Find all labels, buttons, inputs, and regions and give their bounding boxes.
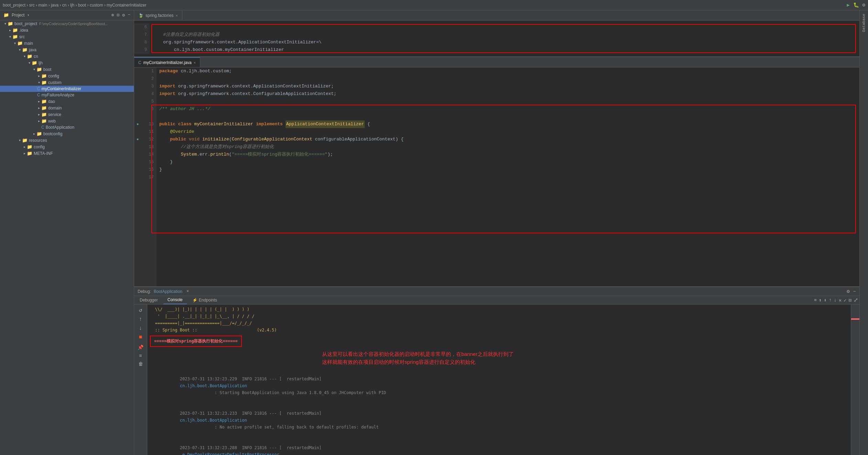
pin-icon[interactable]: 📌 [138, 345, 143, 350]
clear-icon[interactable]: 🗑 [138, 361, 143, 367]
code-line: } [159, 158, 859, 166]
tree-path: F:\myCode\crazyCode\SpringBoot\boot... [39, 22, 108, 26]
code-line: /** author JH ...*/ [159, 105, 859, 113]
toolbar-split-icon[interactable]: ⊟ [849, 297, 851, 303]
debug-app-name[interactable]: BootApplication [154, 289, 182, 294]
code-line: public class myContainerInitializer impl… [159, 120, 859, 128]
tree-item-myContainerInitializer[interactable]: C myContainerInitializer [0, 86, 134, 92]
log-link-1[interactable]: cn.ljh.boot.BootApplication [180, 383, 247, 388]
code-line: cn.ljh.boot.custom.myContainerInitialize… [152, 46, 859, 54]
restart-icon[interactable]: ↺ [139, 307, 142, 314]
tree-label: domain [48, 106, 62, 110]
code-line [159, 173, 859, 181]
debug-tab-debugger[interactable]: Debugger [136, 296, 162, 304]
gutter: ● ● [134, 67, 141, 286]
debug-tab-endpoints[interactable]: ⚡ Endpoints [188, 296, 221, 304]
tree-item-domain[interactable]: 📁 domain [0, 105, 134, 111]
tab-spring-factories[interactable]: 🍃 spring.factories × [134, 10, 182, 20]
toolbar-up2-icon[interactable]: ↑ [829, 297, 832, 303]
tree-label: src [19, 34, 25, 39]
scroll-down-icon[interactable]: ↓ [139, 325, 142, 331]
toolbar-menu-icon[interactable]: ≡ [814, 298, 817, 303]
tree-label: .idea [19, 28, 28, 33]
dropdown-arrow[interactable]: ▾ [27, 13, 29, 17]
project-sidebar: 📁 Project ▾ ⊕ ⊟ ⚙ − 📁 boot_project F:\my… [0, 10, 134, 455]
debug-header: Debug: BootApplication × ⚙ − [134, 287, 859, 296]
code-line: package cn.ljh.boot.custom; [159, 67, 859, 75]
filter-icon[interactable]: ≡ [139, 353, 142, 359]
minimize-icon[interactable]: − [128, 12, 130, 18]
right-panel [851, 305, 859, 455]
settings-icon[interactable]: ⚙ [862, 2, 865, 8]
scroll-up-icon[interactable]: ↑ [139, 316, 142, 322]
tree-label: BootApplication [46, 125, 74, 130]
stop-icon[interactable]: ■ [139, 334, 142, 340]
console-log-2: 2023-07-31 13:32:23.233 INFO 21816 --- [… [150, 403, 848, 437]
tree-item-java[interactable]: 📁 java [0, 46, 134, 53]
tab-java[interactable]: C myContainerInitializer.java × [134, 57, 200, 67]
code-line [159, 113, 859, 120]
debug-tab-console[interactable]: Console [163, 296, 187, 304]
tree-item-dao[interactable]: 📁 dao [0, 98, 134, 105]
tree-item-ljh[interactable]: 📁 ljh [0, 60, 134, 66]
java-tab-icon: C [138, 60, 141, 65]
tree-item-cn[interactable]: 📁 cn [0, 53, 134, 60]
tree-item-service[interactable]: 📁 service [0, 111, 134, 118]
console-label: Console [168, 297, 183, 302]
java-tabbar: C myContainerInitializer.java × [134, 57, 859, 67]
tree-item-resources[interactable]: 📁 resources [0, 137, 134, 144]
line-numbers-factories: 6 7 8 9 [134, 23, 150, 54]
tree-item-META-INF[interactable]: 📁 META-INF [0, 150, 134, 157]
tree-item-src[interactable]: 📁 src [0, 33, 134, 40]
toolbar-down1-icon[interactable]: ⬇ [824, 297, 826, 303]
tree-item-bootconfig[interactable]: 📁 bootconfig [0, 130, 134, 137]
endpoints-icon: ⚡ [192, 298, 197, 303]
code-line: System .err. println ( "=====模拟对spring容器… [159, 151, 859, 158]
tree-item-main[interactable]: 📁 main [0, 40, 134, 46]
gear-icon[interactable]: ⚙ [122, 12, 125, 18]
tab-close-java[interactable]: × [194, 61, 196, 65]
log-link-3[interactable]: .e.DevToolsPropertyDefaultsPostProcessor [180, 452, 279, 455]
toolbar-check-icon[interactable]: ✓ [844, 297, 846, 303]
sync-icon[interactable]: ⊕ [111, 12, 114, 18]
debug-close[interactable]: × [186, 289, 189, 294]
folder-icon: 📁 [3, 12, 9, 18]
debug-left-toolbar: ↺ ↑ ↓ ■ 📌 ≡ 🗑 [134, 305, 147, 455]
toolbar-up1-icon[interactable]: ⬆ [819, 297, 822, 303]
code-line: public void initialize ( ConfigurableApp… [159, 136, 859, 143]
code-line: import org.springframework.context.Confi… [159, 90, 859, 98]
tree-item-idea[interactable]: 📁 .idea [0, 27, 134, 33]
tree-item-resources-config[interactable]: 📁 config [0, 144, 134, 150]
tree-item-myFailureAnalyze[interactable]: C myFailureAnalyze [0, 92, 134, 98]
tree-label: config [34, 145, 45, 149]
tree-item-BootApplication[interactable]: C BootApplication [0, 124, 134, 130]
code-line: @Override [159, 128, 859, 136]
tree-item-web[interactable]: 📁 web [0, 118, 134, 124]
collapse-icon[interactable]: ⊟ [117, 12, 120, 18]
tree-item-custom[interactable]: 📁 custom [0, 79, 134, 86]
tab-label: spring.factories [146, 13, 173, 18]
log-link-2[interactable]: cn.ljh.boot.BootApplication [180, 418, 247, 423]
tree-label: dao [48, 99, 55, 104]
debugger-label: Debugger [140, 298, 158, 303]
spring-factories-editor: 6 7 8 9 #注册自定义的容器初始化器 org.sprin [134, 21, 859, 56]
tree-item-config[interactable]: 📁 config [0, 73, 134, 79]
console-banner-spring: :: Spring Boot :: (v2.4.5) [150, 327, 848, 334]
tree-item-boot-project[interactable]: 📁 boot_project F:\myCode\crazyCode\Sprin… [0, 20, 134, 27]
tree-item-boot[interactable]: 📁 boot [0, 66, 134, 73]
toolbar-expand-icon[interactable]: ⤢ [854, 297, 858, 304]
debug-icon[interactable]: 🐛 [853, 2, 859, 8]
code-line: import org.springframework.context.Appli… [159, 83, 859, 90]
database-label[interactable]: Database [862, 14, 866, 32]
tree-label: main [24, 41, 33, 46]
debug-minimize-icon[interactable]: − [853, 289, 856, 294]
sidebar-title: Project [12, 13, 24, 18]
console-log-3: 2023-07-31 13:32:23.288 INFO 21816 --- [… [150, 437, 848, 455]
spring-factories-tabbar: 🍃 spring.factories × [134, 10, 859, 21]
run-icon[interactable]: ▶ [847, 2, 849, 8]
java-file-icon: C [37, 86, 40, 91]
toolbar-x-icon[interactable]: ✕ [839, 297, 842, 303]
toolbar-down2-icon[interactable]: ↓ [834, 297, 836, 303]
debug-settings-icon[interactable]: ⚙ [847, 288, 849, 294]
tab-close-factories[interactable]: × [175, 13, 178, 18]
